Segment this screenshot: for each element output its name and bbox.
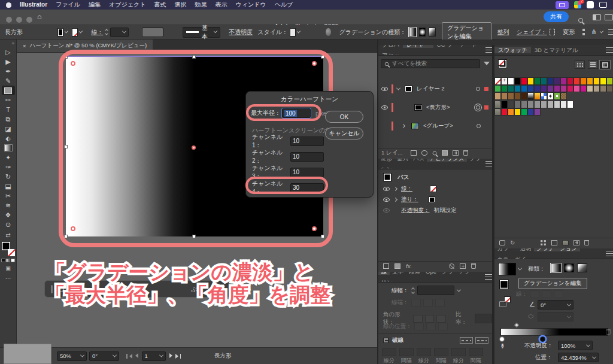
freeform-gradient-button[interactable] xyxy=(429,28,436,37)
swatch[interactable] xyxy=(547,77,554,85)
search-icon[interactable] xyxy=(578,14,583,25)
stroke-weight-input[interactable] xyxy=(110,28,128,37)
menu-item[interactable]: Illustrator xyxy=(20,1,47,8)
swatch[interactable] xyxy=(541,101,547,108)
menu-item[interactable]: オブジェクト xyxy=(109,1,145,8)
new-fill-icon[interactable] xyxy=(394,263,400,269)
swatch[interactable] xyxy=(501,77,508,85)
visibility-eye-icon[interactable] xyxy=(383,208,390,213)
selection-handle[interactable] xyxy=(192,235,196,238)
group-thumbnail[interactable] xyxy=(411,123,419,129)
cancel-button[interactable]: キャンセル xyxy=(325,128,363,139)
swatch[interactable] xyxy=(554,92,560,100)
align-outside-button[interactable] xyxy=(438,323,448,330)
panel-tab[interactable]: 3D とマテリアル xyxy=(531,47,582,53)
menu-item[interactable]: ファイル xyxy=(56,1,80,8)
dash-value-box[interactable] xyxy=(399,348,414,356)
tool-icon[interactable]: ⬓ xyxy=(2,181,15,191)
swatch[interactable] xyxy=(606,85,613,93)
panel-tab[interactable]: CC ラ xyxy=(433,45,456,48)
last-artboard-button[interactable] xyxy=(175,354,181,359)
panel-tab[interactable]: 線 xyxy=(378,272,390,275)
more-tools-icon[interactable]: … xyxy=(5,274,11,280)
clear-appearance-icon[interactable] xyxy=(449,263,454,269)
swap-fill-stroke-icon[interactable]: ⇄ xyxy=(5,232,10,238)
selection-handle[interactable] xyxy=(64,145,68,148)
swatch[interactable] xyxy=(593,85,600,93)
fill-stroke-indicator[interactable] xyxy=(1,242,16,256)
corner-widget[interactable] xyxy=(312,226,317,231)
brush-definition-dropdown[interactable]: 基本 xyxy=(183,27,220,38)
gradient-fill-thumbnail[interactable] xyxy=(498,263,516,275)
layer-row[interactable]: レイヤー 2 xyxy=(378,84,492,93)
delete-item-icon[interactable] xyxy=(471,263,476,269)
swatch[interactable] xyxy=(560,101,567,108)
panel-menu-icon[interactable] xyxy=(485,47,492,53)
stroke-color-swatch[interactable] xyxy=(72,28,78,37)
chevron-down-icon[interactable] xyxy=(79,29,83,33)
opacity-row-value[interactable]: 初期設定 xyxy=(434,207,457,214)
transform-grid-icon[interactable] xyxy=(582,29,587,35)
channel-input[interactable]: 10 xyxy=(290,168,324,177)
grid-view-button[interactable] xyxy=(600,60,610,69)
swatch[interactable] xyxy=(521,92,527,100)
first-artboard-button[interactable] xyxy=(126,354,132,359)
swatch[interactable] xyxy=(547,92,554,100)
selection-indicator[interactable] xyxy=(484,105,488,110)
stroke-within-button[interactable] xyxy=(530,290,539,298)
panel-tab[interactable]: 文字 xyxy=(390,272,406,275)
ok-button[interactable]: OK xyxy=(325,111,363,123)
stroke-proxy[interactable] xyxy=(498,59,505,66)
style-swatch[interactable] xyxy=(290,28,296,37)
menu-item[interactable]: 効果 xyxy=(195,1,207,8)
stroke-none-swatch[interactable] xyxy=(430,186,436,192)
panel-layout-icon[interactable] xyxy=(605,14,613,20)
swatch[interactable] xyxy=(527,101,534,108)
swatch[interactable] xyxy=(560,92,567,100)
swatch[interactable] xyxy=(527,85,534,93)
tool-icon[interactable]: ✒ xyxy=(2,66,15,76)
corner-widget[interactable] xyxy=(71,61,75,66)
expand-toolbar-icon[interactable]: » xyxy=(12,41,14,46)
new-layer-icon[interactable] xyxy=(453,150,459,156)
color-mode-minibar[interactable] xyxy=(1,259,15,262)
expand-chevron-icon[interactable] xyxy=(401,124,405,128)
gradient-slider[interactable] xyxy=(500,328,608,336)
weight-input[interactable] xyxy=(417,286,454,295)
swatch[interactable] xyxy=(508,108,514,116)
delete-stop-icon[interactable] xyxy=(606,329,611,335)
tool-icon[interactable]: ⊙ xyxy=(2,220,15,229)
color-themes-icon[interactable]: ↻ xyxy=(510,239,515,246)
zoom-window-icon[interactable] xyxy=(26,17,32,23)
panel-menu-icon[interactable] xyxy=(606,47,613,53)
menu-item[interactable]: 選択 xyxy=(174,1,186,8)
duplicate-item-icon[interactable] xyxy=(460,263,466,269)
stroke-row-label[interactable]: 線： xyxy=(401,185,412,193)
line-app-icon[interactable] xyxy=(587,1,594,8)
round-join-button[interactable] xyxy=(425,315,435,323)
visibility-eye-icon[interactable] xyxy=(383,198,390,202)
gradient-stop-white[interactable] xyxy=(499,336,505,342)
panel-menu-icon[interactable] xyxy=(606,251,613,256)
swatch[interactable] xyxy=(593,77,600,85)
swatch[interactable] xyxy=(514,92,521,100)
channel-input[interactable]: 10 xyxy=(290,136,324,146)
stop-location-dropdown[interactable]: 42.4394% xyxy=(558,353,599,362)
swatch[interactable] xyxy=(573,85,580,93)
selection-handle[interactable] xyxy=(64,55,68,59)
share-button[interactable]: 共有 xyxy=(544,11,569,22)
edit-gradient-button[interactable]: グラデーションを編集 xyxy=(518,278,587,289)
notification-app-icon[interactable]: 2 xyxy=(574,1,581,8)
target-circle[interactable] xyxy=(476,87,480,91)
panel-tab[interactable]: アピアランス xyxy=(427,159,466,162)
butt-cap-button[interactable] xyxy=(411,299,421,307)
panel-menu-icon[interactable] xyxy=(485,274,492,280)
gradient-fill-proxy[interactable] xyxy=(499,280,509,289)
list-view-button[interactable] xyxy=(588,60,598,69)
new-swatch-icon[interactable] xyxy=(573,240,579,245)
swatch[interactable] xyxy=(501,108,508,116)
tool-icon[interactable]: ✏ xyxy=(2,95,15,105)
radial-gradient-button[interactable] xyxy=(419,28,426,37)
aspect-ratio-input[interactable] xyxy=(538,312,573,321)
visibility-eye-icon[interactable] xyxy=(383,187,390,191)
